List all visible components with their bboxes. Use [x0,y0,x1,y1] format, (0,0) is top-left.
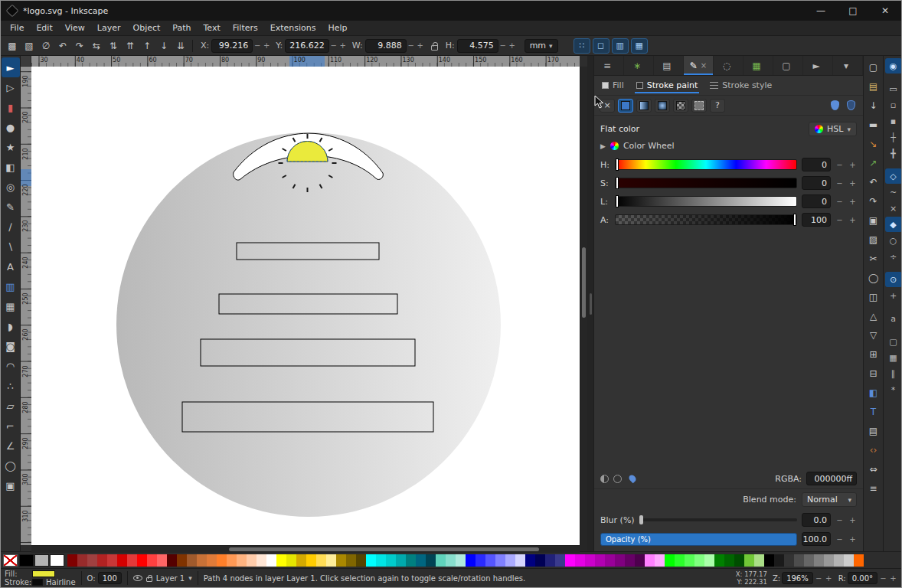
palette-swatch[interactable] [386,554,396,567]
y-plus-button[interactable]: + [338,41,348,50]
color-managed-icon[interactable] [600,475,609,483]
paint-flat-button[interactable] [618,99,633,113]
slider-handle[interactable] [639,515,643,524]
spray-tool[interactable]: ∴ [2,376,20,396]
hue-minus-button[interactable]: − [835,161,844,169]
saturation-minus-button[interactable]: − [835,179,844,188]
palette-swatch[interactable] [157,554,167,567]
menu-item[interactable]: Layer [91,21,127,34]
saturation-plus-button[interactable]: + [848,179,857,188]
palette-swatch[interactable] [316,554,326,567]
palette-swatch[interactable] [585,554,595,567]
text-dialog-icon[interactable]: T [865,403,882,421]
palette-swatch[interactable] [127,554,137,567]
alpha-minus-button[interactable]: − [835,216,844,224]
palette-swatch[interactable] [794,554,804,567]
canvas-viewport[interactable] [31,67,580,545]
snap-bbox-edges-icon[interactable]: ▫ [885,97,902,113]
x-minus-button[interactable]: − [253,41,262,50]
palette-swatch[interactable] [625,554,635,567]
layer-dropdown[interactable]: Layer 1 [156,574,185,583]
tab-fill[interactable]: Fill [600,77,626,93]
slider-handle[interactable] [616,195,619,207]
close-icon[interactable]: × [701,61,707,70]
lightness-minus-button[interactable]: − [835,198,844,206]
palette-swatch[interactable] [565,554,575,567]
duplicate-icon[interactable]: ◫ [865,288,882,306]
palette-swatch[interactable] [754,554,764,567]
tab-stroke-paint[interactable]: Stroke paint [635,77,700,93]
zoom-tool[interactable]: ◯ [2,456,20,475]
tab-trace-bitmap[interactable]: ◌ [714,56,743,75]
snap-edge-midpoints-icon[interactable]: ┼ [885,129,902,145]
snap-enabled-icon[interactable]: ◉ [885,58,902,74]
menu-item[interactable]: Text [198,21,227,34]
palette-swatch[interactable] [694,554,704,567]
palette-swatch[interactable] [187,554,197,567]
palette-swatch[interactable] [197,554,207,567]
tab-align-distribute[interactable]: ≡ [594,56,624,75]
palette-swatch[interactable] [734,554,744,567]
star-tool[interactable]: ★ [2,137,20,157]
opacity-plus-button[interactable]: + [848,535,857,544]
ruler-corner[interactable] [21,56,31,67]
palette-swatch[interactable] [774,554,784,567]
horizontal-scrollbar[interactable] [31,545,580,553]
tab-symbols[interactable]: ∗ [624,56,654,75]
rotation-input[interactable]: 0.00° [848,572,877,584]
h-minus-button[interactable]: − [498,41,508,50]
palette-swatch[interactable] [854,554,864,567]
zoom-drawing-icon[interactable]: ◯ [865,269,882,287]
palette-swatch[interactable] [34,554,49,567]
palette-swatch[interactable] [227,554,237,567]
fill-color-swatch[interactable] [32,570,55,577]
ellipse-tool[interactable]: ● [2,117,20,137]
scale-corners-toggle[interactable]: ◻ [593,38,610,54]
slider-handle[interactable] [616,158,619,171]
blur-plus-button[interactable]: + [848,516,857,524]
palette-swatch[interactable] [645,554,655,567]
mesh-tool[interactable]: ▦ [2,296,20,316]
fill-stroke-dialog-icon[interactable]: ◧ [865,384,882,402]
palette-swatch[interactable] [824,554,834,567]
zoom-plus-button[interactable]: + [825,574,833,583]
document-print-icon[interactable]: ▬ [865,116,882,134]
w-input[interactable]: 9.888 [365,39,407,53]
tab-export[interactable]: ▦ [743,56,773,75]
palette-swatch[interactable] [466,554,476,567]
out-of-gamut-icon[interactable] [613,475,622,483]
tab-more[interactable]: ▾ [833,56,863,75]
palette-swatch[interactable] [685,554,694,567]
no-color-swatch[interactable] [3,554,18,567]
saturation-slider[interactable] [615,178,797,188]
node-tool[interactable]: ▷ [2,77,20,97]
bezier-pen-tool[interactable]: ∕ [2,217,20,237]
palette-swatch[interactable] [117,554,127,567]
w-minus-button[interactable]: − [407,41,416,50]
clone-icon[interactable]: △ [865,307,882,325]
tab-document-properties[interactable]: ▢ [773,56,803,75]
palette-swatch[interactable] [804,554,814,567]
snap-bbox-corners-icon[interactable]: ▪ [885,113,902,129]
palette-swatch[interactable] [19,554,34,567]
blur-minus-button[interactable]: − [835,516,844,524]
connector-tool[interactable]: ⌐ [2,416,20,436]
paint-bucket-tool[interactable]: ◙ [2,336,20,356]
import-icon[interactable]: ↘ [865,135,882,153]
stroke-color-swatch[interactable] [32,579,43,586]
hue-plus-button[interactable]: + [848,161,857,169]
y-minus-button[interactable]: − [329,41,338,50]
fill-stroke-indicator[interactable]: Fill: Stroke: Hairline [5,570,76,586]
paste-icon[interactable]: ▨ [865,230,882,249]
palette-swatch[interactable] [665,554,675,567]
raise-icon[interactable]: ↑ [139,38,155,54]
palette-swatch[interactable] [675,554,685,567]
palette-swatch[interactable] [217,554,227,567]
snap-grid-icon[interactable]: ▦ [885,350,902,365]
vertical-scrollbar-thumb[interactable] [582,247,586,318]
canvas-drawing[interactable] [31,67,580,545]
deselect-icon[interactable]: ∅ [38,38,54,54]
snap-line-midpoints-icon[interactable]: ÷ [885,249,902,264]
lower-to-bottom-icon[interactable]: ⇊ [172,38,189,54]
rotation-plus-button[interactable]: + [889,574,897,583]
